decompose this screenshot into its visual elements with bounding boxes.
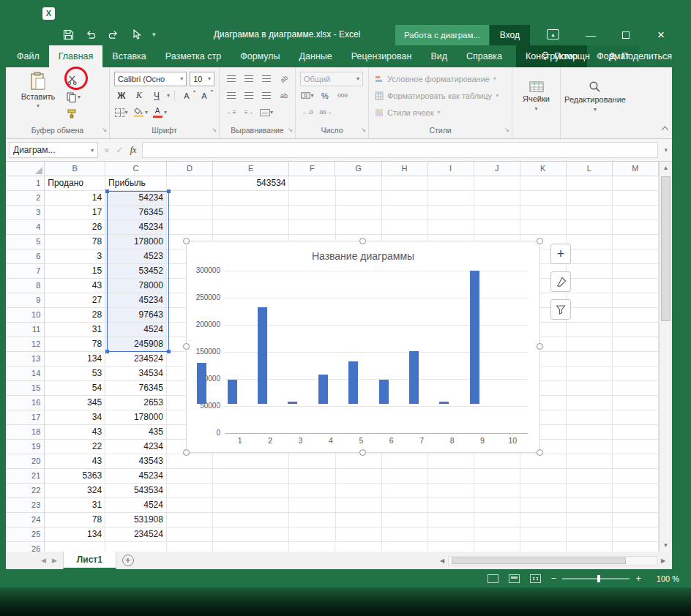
cell-D22[interactable] [167,484,213,498]
scroll-down-button[interactable]: ▼ [660,539,672,552]
formula-input[interactable] [142,142,658,158]
accounting-format-button[interactable]: ▾ [300,89,315,103]
cell-K4[interactable] [520,220,567,235]
cell-M1[interactable] [613,176,659,191]
chart-resize-handle[interactable] [359,238,366,244]
row-header-8[interactable]: 8 [6,279,45,293]
cell-B1[interactable]: Продано [45,176,105,191]
increase-indent-button[interactable]: ≡→ [242,105,256,120]
cell-K26[interactable] [520,542,567,552]
cell-C11[interactable]: 4524 [105,323,167,337]
cell-B5[interactable]: 78 [45,235,105,249]
cell-L4[interactable] [567,220,613,235]
chart-bar-9[interactable] [439,402,449,404]
cell-L7[interactable] [567,264,613,279]
cell-I22[interactable] [428,484,474,498]
cell-C19[interactable]: 4234 [105,440,167,454]
vertical-scroll-thumb[interactable] [661,176,671,321]
chart-bar-6[interactable] [348,361,358,404]
row-header-26[interactable]: 26 [6,542,45,552]
cell-D26[interactable] [167,542,213,552]
format-painter-button[interactable] [64,106,86,121]
cell-D1[interactable] [167,176,213,191]
cell-C6[interactable]: 4523 [105,249,167,264]
cell-C2[interactable]: 54234 [105,191,167,206]
tab-Рецензирован[interactable]: Рецензирован [342,45,422,67]
tab-Вставка[interactable]: Вставка [102,45,155,67]
cell-B10[interactable]: 28 [45,308,105,323]
chart-bar-7[interactable] [379,380,389,404]
clipboard-dialog-launcher[interactable]: ↘ [102,124,107,135]
vertical-scrollbar[interactable]: ▲ ▼ [659,162,672,552]
cell-M21[interactable] [613,469,659,484]
row-header-22[interactable]: 22 [6,484,45,498]
row-header-17[interactable]: 17 [6,410,45,425]
row-header-2[interactable]: 2 [6,191,45,206]
cell-F2[interactable] [289,191,335,206]
cell-B8[interactable]: 43 [45,279,105,293]
percent-style-button[interactable]: % [318,89,332,103]
chart-resize-handle[interactable] [537,343,543,350]
zoom-in-button[interactable]: + [635,573,641,584]
row-header-5[interactable]: 5 [6,235,45,249]
cell-C3[interactable]: 76345 [105,206,167,220]
assistant-button[interactable]: Помощн [541,51,590,61]
cell-B26[interactable] [45,542,105,552]
cell-H25[interactable] [382,527,428,542]
cell-I23[interactable] [428,498,474,513]
cell-E23[interactable] [213,498,289,513]
column-header-M[interactable]: M [613,162,659,176]
cell-B20[interactable]: 43 [45,454,105,469]
add-sheet-button[interactable]: + [122,555,134,566]
cell-M4[interactable] [613,220,659,235]
cell-C25[interactable]: 234524 [105,527,167,542]
column-header-H[interactable]: H [382,162,428,176]
cell-K2[interactable] [520,191,567,206]
row-header-10[interactable]: 10 [6,308,45,323]
cell-G4[interactable] [336,220,382,235]
decrease-decimal-button[interactable]: .00→ [318,105,332,120]
cell-D3[interactable] [167,206,213,220]
tab-Разметка стр[interactable]: Разметка стр [156,45,231,67]
cell-D21[interactable] [167,469,213,484]
cell-H1[interactable] [382,176,428,191]
cell-B4[interactable]: 26 [45,220,105,235]
cells-button[interactable]: Ячейки ▾ [523,81,550,112]
cell-L16[interactable] [567,396,613,410]
column-header-C[interactable]: C [105,162,167,176]
cell-L22[interactable] [567,484,613,498]
alignment-dialog-launcher[interactable]: ↘ [288,124,293,135]
cell-L10[interactable] [567,308,613,323]
cell-F1[interactable] [289,176,335,191]
row-header-1[interactable]: 1 [6,176,45,191]
tab-Главная[interactable]: Главная [49,45,103,67]
zoom-slider-thumb[interactable] [597,575,600,582]
cell-D24[interactable] [167,513,213,527]
cell-I25[interactable] [428,527,474,542]
cell-B16[interactable]: 345 [45,396,105,410]
cell-M11[interactable] [613,323,659,337]
cell-G23[interactable] [336,498,382,513]
cell-H22[interactable] [382,484,428,498]
cell-M2[interactable] [613,191,659,206]
cell-B15[interactable]: 54 [45,381,105,396]
cell-J24[interactable] [474,513,520,527]
bold-button[interactable]: Ж [114,89,129,103]
horizontal-scroll-thumb[interactable] [452,557,626,564]
cell-C13[interactable]: 234524 [105,352,167,367]
chart-resize-handle[interactable] [183,343,190,350]
cell-E3[interactable] [213,206,289,220]
zoom-slider[interactable] [562,578,630,579]
column-header-L[interactable]: L [567,162,613,176]
number-dialog-launcher[interactable]: ↘ [361,124,366,135]
name-box-caret[interactable]: ▾ [91,147,94,154]
underline-caret[interactable]: ▾ [167,92,170,99]
cell-D23[interactable] [167,498,213,513]
cell-F4[interactable] [289,220,335,235]
cell-B24[interactable]: 78 [45,513,105,527]
cell-C22[interactable]: 543534 [105,484,167,498]
copy-button[interactable]: ▾ [64,89,86,105]
cell-J25[interactable] [474,527,520,542]
cell-H23[interactable] [382,498,428,513]
cell-C9[interactable]: 45234 [105,293,167,308]
